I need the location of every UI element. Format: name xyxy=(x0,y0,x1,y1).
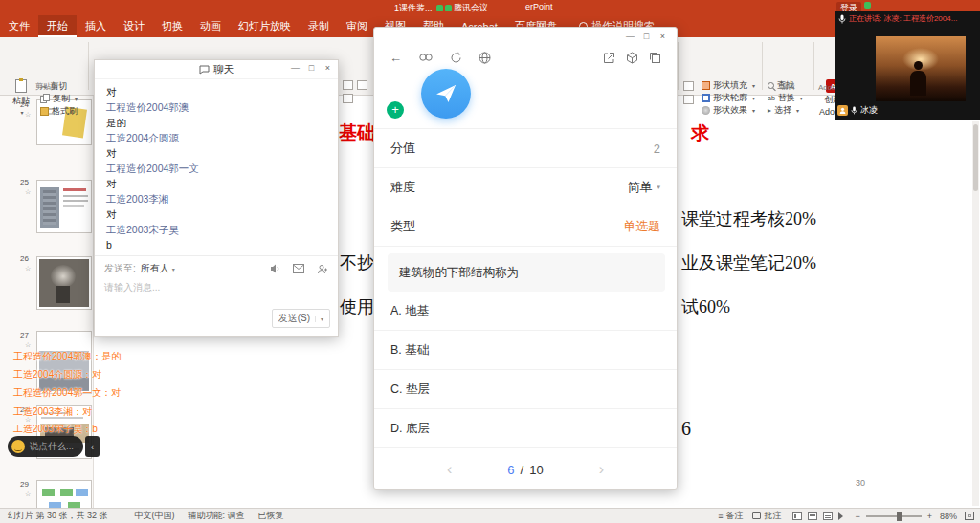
chat-footer: 发送至: 所有人 ▾ 请输入消息... 发送(S) ▾ xyxy=(95,255,338,336)
quiz-minimize-button[interactable]: — xyxy=(622,32,638,41)
notes-button[interactable]: ≡ 备注 xyxy=(718,510,743,522)
format-painter-button[interactable]: 格式刷 xyxy=(40,105,78,118)
slide-number: 26 xyxy=(20,254,29,263)
tab-home[interactable]: 开始 xyxy=(38,15,77,37)
meeting-widget-label: 腾讯会议 xyxy=(454,2,488,14)
quiz-nav-bar: ← xyxy=(374,45,677,70)
back-icon[interactable]: ← xyxy=(390,51,402,65)
chat-close-button[interactable]: × xyxy=(320,63,336,73)
send-options-icon[interactable]: ▾ xyxy=(315,316,323,322)
zoom-in-button[interactable]: + xyxy=(927,512,932,521)
zoom-level[interactable]: 88% xyxy=(940,512,957,521)
replace-button[interactable]: ab 替换▾ xyxy=(768,92,803,104)
ribbon-icon-partial[interactable] xyxy=(357,80,368,90)
reading-view-button[interactable] xyxy=(823,512,833,520)
slide-thumbnail[interactable] xyxy=(36,256,92,310)
quiz-window: — □ × ← + 分值 2 xyxy=(373,27,678,490)
option-c[interactable]: C. 垫层 xyxy=(374,370,677,409)
refresh-icon[interactable] xyxy=(450,52,462,64)
chat-sender[interactable]: 工造2003宋子昊 xyxy=(106,222,326,237)
voice-icon[interactable] xyxy=(269,263,280,274)
difficulty-select[interactable]: 简单 ▾ xyxy=(627,179,660,196)
send-quiz-button[interactable] xyxy=(421,69,471,119)
slide-sorter-button[interactable] xyxy=(808,512,817,520)
quiz-settings: 分值 2 难度 简单 ▾ 类型 单选题 xyxy=(374,128,677,247)
add-member-icon[interactable] xyxy=(317,264,328,274)
option-d[interactable]: D. 底层 xyxy=(374,409,677,448)
accessibility-status[interactable]: 辅助功能: 调查 xyxy=(189,510,245,522)
language-indicator[interactable]: 中文(中国) xyxy=(135,510,175,522)
chat-message: 对 xyxy=(106,145,326,161)
cube-icon[interactable] xyxy=(626,52,638,64)
scrollbar-thumb[interactable] xyxy=(973,124,978,191)
slide-thumbnail[interactable] xyxy=(36,180,92,233)
tab-file[interactable]: 文件 xyxy=(0,15,38,37)
quiz-close-button[interactable]: × xyxy=(655,32,671,41)
quiz-maximize-button[interactable]: □ xyxy=(638,32,655,41)
add-button[interactable]: + xyxy=(387,101,404,119)
chat-window: 聊天 — □ × 对 工程造价2004郭澳 是的 工造2004介圆源 对 工程造… xyxy=(94,59,339,337)
tab-animations[interactable]: 动画 xyxy=(191,15,230,37)
tab-transitions[interactable]: 切换 xyxy=(153,15,191,37)
slide-thumbnail[interactable] xyxy=(36,480,92,508)
chat-sender[interactable]: 工程造价2004郭澳 xyxy=(106,99,326,115)
tab-slide-show[interactable]: 幻灯片放映 xyxy=(230,15,300,37)
send-button[interactable]: 发送(S) ▾ xyxy=(272,309,330,328)
ribbon-icon-partial[interactable] xyxy=(343,94,353,103)
send-to-label: 发送至: xyxy=(104,262,136,275)
mic-icon xyxy=(838,14,846,24)
comments-button[interactable]: 批注 xyxy=(752,510,781,522)
slide-scrollbar[interactable] xyxy=(972,121,979,506)
slide-number: 25 xyxy=(20,178,29,186)
transition-star-icon: ☆ xyxy=(25,341,31,349)
option-b[interactable]: B. 基础 xyxy=(374,331,677,370)
brush-icon xyxy=(40,107,49,116)
speaker-video-tile[interactable] xyxy=(876,36,966,101)
question-input[interactable]: 建筑物的下部结构称为 xyxy=(388,253,665,292)
chat-message: 对 xyxy=(106,207,326,222)
chat-input[interactable]: 请输入消息... xyxy=(104,281,328,294)
select-button[interactable]: ▸ 选择▾ xyxy=(768,104,799,117)
paste-button[interactable]: 粘贴 ▾ xyxy=(7,79,35,116)
shape-fill-button[interactable]: 形状填充▾ xyxy=(702,79,755,92)
chat-sender[interactable]: 工造2004介圆源 xyxy=(106,130,326,145)
meeting-panel: 正在讲话: 冰凌: 工程造价2004... 冰凌 xyxy=(835,11,980,120)
email-icon[interactable] xyxy=(293,264,304,273)
chat-sender[interactable]: 工程造价2004郭一文 xyxy=(106,161,326,176)
duplicate-icon[interactable] xyxy=(649,52,661,64)
speaker-name: 冰凌 xyxy=(860,104,878,117)
slideshow-button[interactable] xyxy=(838,512,843,520)
chat-sender[interactable]: 工造2003李湘 xyxy=(106,191,326,207)
effects-icon xyxy=(702,106,710,115)
shape-outline-button[interactable]: 形状轮廓▾ xyxy=(702,92,755,104)
quick-styles-icon[interactable] xyxy=(683,95,694,104)
normal-view-button[interactable] xyxy=(792,512,802,520)
tab-design[interactable]: 设计 xyxy=(115,15,153,37)
chat-maximize-button[interactable]: □ xyxy=(303,63,320,73)
arrange-icon[interactable] xyxy=(683,81,694,91)
slide-counter[interactable]: 幻灯片 第 30 张，共 32 张 xyxy=(8,510,108,522)
tab-record[interactable]: 录制 xyxy=(300,15,338,37)
tab-insert[interactable]: 插入 xyxy=(77,15,115,37)
share-icon[interactable] xyxy=(603,52,615,64)
tab-review[interactable]: 审阅 xyxy=(338,15,376,37)
zoom-out-button[interactable]: − xyxy=(855,512,859,521)
send-to-select[interactable]: 所有人 ▾ xyxy=(141,262,175,275)
chat-header: 聊天 — □ × xyxy=(95,60,338,79)
chat-minimize-button[interactable]: — xyxy=(287,63,303,73)
fit-to-window-button[interactable] xyxy=(965,512,974,520)
copy-button[interactable]: 复制 ▾ xyxy=(40,93,78,105)
shape-effects-button[interactable]: 形状效果▾ xyxy=(702,104,755,117)
next-page-button[interactable]: › xyxy=(599,461,604,478)
zoom-slider-thumb[interactable] xyxy=(897,512,902,521)
prev-page-button[interactable]: ‹ xyxy=(447,461,452,478)
collapse-bubble-button[interactable]: ‹ xyxy=(85,436,100,457)
zoom-slider[interactable] xyxy=(866,515,922,517)
option-a[interactable]: A. 地基 xyxy=(374,292,677,331)
link-icon[interactable] xyxy=(418,52,434,63)
meeting-widget[interactable]: 腾讯会议 xyxy=(436,2,488,14)
globe-icon[interactable] xyxy=(479,52,491,64)
slide-text-fragment: 使用 xyxy=(340,295,374,318)
ribbon-icon-partial[interactable] xyxy=(343,80,353,90)
quick-chat-input[interactable]: 说点什么... xyxy=(8,436,83,457)
